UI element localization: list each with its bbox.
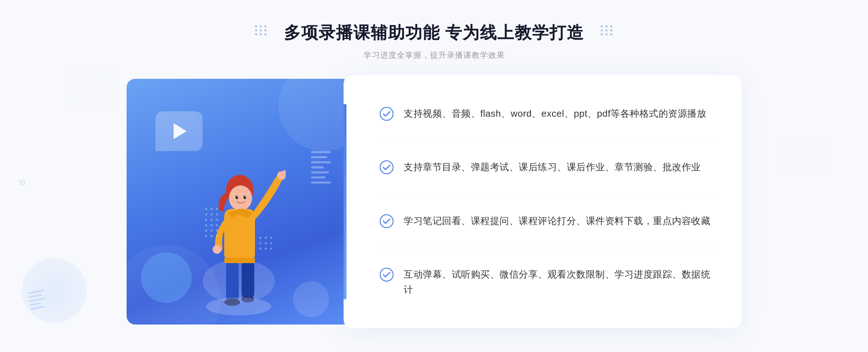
accent-bar <box>344 104 346 299</box>
svg-rect-1 <box>226 259 239 303</box>
page-container: » 多项录播课辅助功能 专为线上教学打造 学习进度全掌握，提升录播课教学效果 <box>0 0 868 352</box>
svg-point-42 <box>265 248 267 250</box>
svg-point-46 <box>380 161 393 174</box>
svg-point-10 <box>229 185 252 211</box>
svg-point-21 <box>210 213 213 215</box>
svg-point-44 <box>206 297 271 315</box>
svg-point-37 <box>270 237 272 239</box>
svg-point-36 <box>265 237 267 239</box>
feature-item-2: 支持章节目录、弹题考试、课后练习、课后作业、章节测验、批改作业 <box>380 153 716 181</box>
main-content: 支持视频、音频、flash、word、excel、ppt、pdf等各种格式的资源… <box>127 75 741 328</box>
check-icon-4 <box>380 268 393 282</box>
svg-point-18 <box>210 208 213 210</box>
dot-decoration-2 <box>781 137 825 173</box>
svg-point-33 <box>210 235 213 237</box>
svg-point-41 <box>259 248 261 250</box>
svg-point-39 <box>265 242 267 244</box>
header-dots-left <box>255 25 267 35</box>
svg-point-43 <box>270 248 272 250</box>
svg-point-31 <box>216 229 218 232</box>
geo-lines <box>311 151 333 187</box>
svg-point-19 <box>216 208 218 210</box>
svg-point-45 <box>380 107 393 120</box>
svg-point-20 <box>205 213 207 215</box>
feature-item-3: 学习笔记回看、课程提问、课程评论打分、课件资料下载，重点内容收藏 <box>380 207 716 235</box>
title-row: 多项录播课辅助功能 专为线上教学打造 <box>284 22 584 44</box>
feature-divider-3 <box>380 248 716 248</box>
svg-point-22 <box>216 213 218 215</box>
check-icon-3 <box>380 214 393 228</box>
svg-rect-16 <box>224 258 255 263</box>
svg-point-25 <box>216 219 218 221</box>
play-icon <box>174 123 187 139</box>
svg-point-14 <box>237 196 238 197</box>
chevron-decoration: » <box>18 173 26 190</box>
feature-text-2: 支持章节目录、弹题考试、课后练习、课后作业、章节测验、批改作业 <box>404 160 701 175</box>
svg-point-35 <box>259 237 261 239</box>
svg-point-23 <box>205 219 207 221</box>
header-section: 多项录播课辅助功能 专为线上教学打造 学习进度全掌握，提升录播课教学效果 <box>284 0 584 61</box>
svg-point-47 <box>380 215 393 228</box>
svg-rect-2 <box>242 259 254 299</box>
svg-point-34 <box>216 235 218 237</box>
svg-point-29 <box>205 229 207 232</box>
svg-point-24 <box>210 219 213 221</box>
content-panel: 支持视频、音频、flash、word、excel、ppt、pdf等各种格式的资源… <box>344 75 741 328</box>
deco-circle-bg <box>22 258 87 323</box>
check-icon-2 <box>380 160 393 174</box>
svg-point-26 <box>205 224 207 226</box>
feature-divider-1 <box>380 140 716 141</box>
feature-divider-2 <box>380 194 716 194</box>
svg-point-48 <box>380 268 393 281</box>
geo-circle-blue <box>141 252 192 303</box>
header-dots-right <box>601 25 613 35</box>
svg-point-32 <box>205 235 207 237</box>
feature-item-1: 支持视频、音频、flash、word、excel、ppt、pdf等各种格式的资源… <box>380 100 716 128</box>
feature-item-4: 互动弹幕、试听购买、微信分享、观看次数限制、学习进度跟踪、数据统计 <box>380 261 716 304</box>
svg-rect-5 <box>224 209 255 261</box>
svg-point-15 <box>245 196 246 197</box>
svg-point-27 <box>210 224 213 226</box>
svg-point-13 <box>243 196 246 199</box>
dot-decoration-1 <box>65 65 123 112</box>
svg-point-30 <box>210 229 213 232</box>
deco-vlines <box>27 289 47 310</box>
person-illustration <box>188 137 289 325</box>
svg-point-38 <box>259 242 261 244</box>
svg-point-12 <box>235 196 238 199</box>
illustration-card <box>127 79 351 325</box>
geo-circle-light <box>293 281 329 317</box>
check-icon-1 <box>380 107 393 121</box>
feature-text-3: 学习笔记回看、课程提问、课程评论打分、课件资料下载，重点内容收藏 <box>404 214 710 229</box>
svg-point-40 <box>270 242 272 244</box>
subtitle: 学习进度全掌握，提升录播课教学效果 <box>284 50 584 61</box>
svg-point-8 <box>213 245 221 254</box>
feature-text-1: 支持视频、音频、flash、word、excel、ppt、pdf等各种格式的资源… <box>404 106 706 121</box>
svg-point-28 <box>216 224 218 226</box>
feature-text-4: 互动弹幕、试听购买、微信分享、观看次数限制、学习进度跟踪、数据统计 <box>404 267 716 297</box>
main-title: 多项录播课辅助功能 专为线上教学打造 <box>284 22 584 44</box>
svg-point-17 <box>205 208 207 210</box>
